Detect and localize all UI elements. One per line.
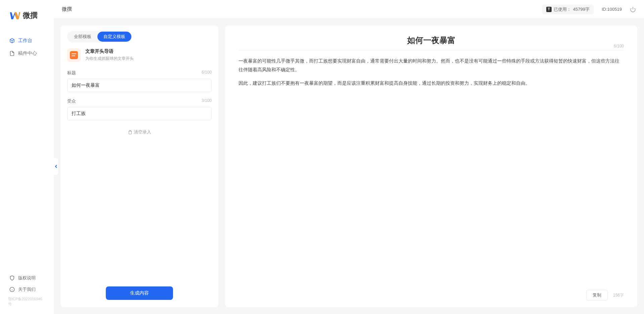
usage-value: 45799字 — [573, 6, 590, 12]
tab-all-templates[interactable]: 全部模板 — [68, 32, 97, 42]
output-title-count: 6/100 — [614, 44, 624, 48]
user-id: ID:100519 — [602, 7, 622, 12]
output-body: 一夜暴富的可能性几乎微乎其微，而打工族想要实现财富自由，通常需要付出大量的时间和… — [239, 57, 624, 286]
info-icon — [9, 287, 15, 292]
sidebar: 微撰 工作台 稿件中心 版权说明 — [0, 0, 54, 314]
audience-input[interactable] — [67, 107, 212, 120]
usage-label: 已使用： — [554, 6, 571, 12]
output-panel: 如何一夜暴富 6/100 一夜暴富的可能性几乎微乎其微，而打工族想要实现财富自由… — [225, 26, 637, 307]
sidebar-item-label: 工作台 — [18, 38, 32, 44]
audience-label: 受众 — [67, 98, 76, 104]
sidebar-item-label: 关于我们 — [18, 286, 36, 292]
template-icon — [67, 48, 81, 62]
template-title: 文章开头导语 — [85, 48, 212, 54]
trash-icon — [128, 130, 132, 134]
usage-badge[interactable]: T 已使用： 45799字 — [542, 4, 594, 14]
cube-icon — [9, 38, 15, 43]
title-label: 标题 — [67, 70, 76, 76]
sidebar-item-about[interactable]: 关于我们 — [0, 284, 54, 295]
power-icon[interactable] — [630, 6, 636, 12]
input-panel: 全部模板 自定义模板 文章开头导语 为你生成抓眼球的文章开头 标题 6/ — [60, 26, 218, 307]
shield-icon — [9, 275, 15, 281]
copy-button[interactable]: 复制 — [586, 290, 608, 301]
output-title: 如何一夜暴富 — [239, 35, 624, 46]
generate-button[interactable]: 生成内容 — [106, 286, 173, 300]
template-desc: 为你生成抓眼球的文章开头 — [85, 56, 212, 62]
word-count: 156字 — [613, 292, 624, 298]
logo-text: 微撰 — [23, 10, 38, 21]
tab-group: 全部模板 自定义模板 — [67, 31, 132, 42]
logo-icon — [9, 10, 20, 21]
title-count: 6/100 — [202, 70, 212, 76]
collapse-handle[interactable] — [54, 158, 58, 175]
sidebar-item-copyright[interactable]: 版权说明 — [0, 272, 54, 284]
text-icon: T — [546, 7, 552, 12]
nav-main: 工作台 稿件中心 — [0, 34, 54, 272]
clear-label: 清空录入 — [134, 129, 151, 135]
header: 微撰 T 已使用： 45799字 ID:100519 — [54, 0, 644, 19]
app-title: 微撰 — [62, 6, 72, 12]
clear-button[interactable]: 清空录入 — [128, 129, 151, 135]
sidebar-item-workspace[interactable]: 工作台 — [0, 34, 54, 47]
document-icon — [9, 51, 15, 56]
sidebar-bottom: 版权说明 关于我们 鄂ICP备2022016946号 — [0, 272, 54, 314]
icp-text: 鄂ICP备2022016946号 — [0, 295, 54, 310]
logo: 微撰 — [0, 10, 54, 21]
sidebar-item-label: 版权说明 — [18, 275, 36, 281]
tab-custom-template[interactable]: 自定义模板 — [97, 32, 131, 42]
sidebar-item-drafts[interactable]: 稿件中心 — [0, 47, 54, 60]
output-paragraph: 因此，建议打工族们不要抱有一夜暴富的期望，而是应该注重积累财富和提高自身技能，通… — [239, 79, 624, 88]
title-input[interactable] — [67, 79, 212, 92]
sidebar-item-label: 稿件中心 — [18, 50, 37, 56]
audience-count: 3/100 — [202, 98, 212, 104]
output-paragraph: 一夜暴富的可能性几乎微乎其微，而打工族想要实现财富自由，通常需要付出大量的时间和… — [239, 57, 624, 74]
template-card: 文章开头导语 为你生成抓眼球的文章开头 — [67, 48, 212, 62]
